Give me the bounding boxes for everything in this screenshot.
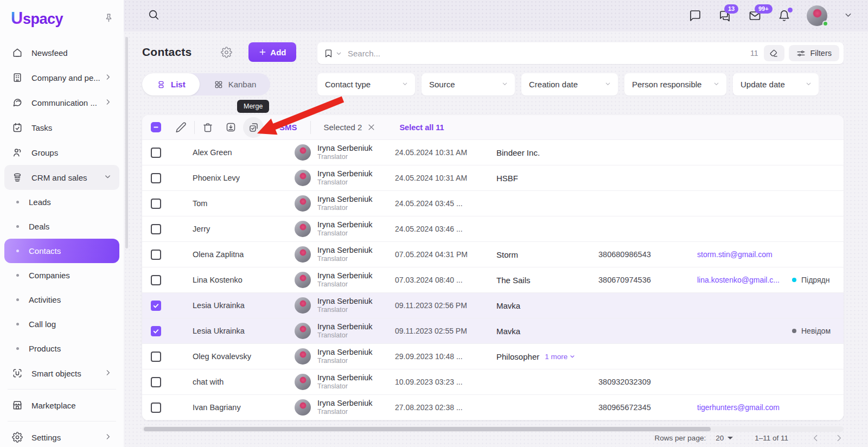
sidebar-item-communication[interactable]: Communication ... bbox=[4, 90, 119, 115]
company-name[interactable]: Philosopher bbox=[496, 352, 539, 361]
email-link[interactable]: lina.kostenko@gmail.c... bbox=[697, 276, 792, 284]
row-checkbox[interactable] bbox=[151, 199, 161, 209]
sidebar-item-company[interactable]: Company and pe... bbox=[4, 65, 119, 90]
row-checkbox[interactable] bbox=[151, 377, 161, 387]
table-row[interactable]: Lina Kostenko Iryna SerbeniukTranslator … bbox=[142, 267, 844, 293]
row-checkbox[interactable] bbox=[151, 173, 161, 183]
saved-filters-bookmark[interactable] bbox=[324, 49, 348, 58]
row-checkbox[interactable] bbox=[151, 250, 161, 260]
contact-name[interactable]: Lesia Ukrainka bbox=[179, 327, 295, 335]
toolbar-divider bbox=[194, 121, 195, 134]
chevron-down-icon[interactable] bbox=[844, 10, 853, 22]
table-row[interactable]: chat with Iryna SerbeniukTranslator 10.0… bbox=[142, 369, 844, 395]
sidebar-item-leads[interactable]: Leads bbox=[4, 190, 119, 214]
user-avatar[interactable] bbox=[807, 5, 827, 26]
tab-kanban-view[interactable]: Kanban bbox=[200, 73, 271, 95]
sidebar-item-tasks[interactable]: Tasks bbox=[4, 115, 119, 140]
table-row[interactable]: Oleg Kovalevsky Iryna SerbeniukTranslato… bbox=[142, 344, 844, 369]
row-checkbox[interactable] bbox=[151, 148, 161, 158]
select-all-link[interactable]: Select all 11 bbox=[399, 123, 444, 132]
sidebar-item-call-log[interactable]: Call log bbox=[4, 312, 119, 336]
bullet-icon bbox=[16, 298, 19, 301]
contact-name[interactable]: Lesia Ukrainka bbox=[179, 301, 295, 310]
tab-list-view[interactable]: List bbox=[142, 73, 200, 95]
email-link[interactable]: storm.stin@gmail.com bbox=[697, 250, 792, 259]
table-row[interactable]: Lesia Ukrainka Iryna SerbeniukTranslator… bbox=[142, 318, 844, 344]
company-name[interactable]: Mavka bbox=[496, 327, 520, 336]
contact-name[interactable]: chat with bbox=[179, 378, 295, 386]
filter-creation-date[interactable]: Creation date bbox=[521, 73, 618, 95]
table-row[interactable]: Tom Iryna SerbeniukTranslator 24.05.2024… bbox=[142, 191, 844, 216]
clear-filters-button[interactable] bbox=[764, 45, 784, 61]
table-row[interactable]: Ivan Bagriany Iryna SerbeniukTranslator … bbox=[142, 395, 844, 420]
chat-icon[interactable] bbox=[688, 9, 701, 22]
bell-icon[interactable] bbox=[778, 9, 790, 22]
search-input[interactable] bbox=[348, 49, 750, 58]
delete-trash-icon[interactable] bbox=[202, 122, 213, 133]
previous-page-button[interactable] bbox=[811, 433, 820, 443]
sidebar-item-groups[interactable]: Groups bbox=[4, 140, 119, 165]
contact-name[interactable]: Tom bbox=[179, 199, 295, 208]
search-icon[interactable] bbox=[148, 9, 159, 23]
sidebar-scrollbar[interactable] bbox=[125, 37, 128, 248]
responsible-role: Translator bbox=[317, 255, 373, 263]
merge-button[interactable] bbox=[243, 117, 264, 138]
uspacy-logo[interactable]: Uspacy bbox=[11, 9, 63, 28]
clear-selection-icon[interactable] bbox=[367, 123, 375, 131]
rows-per-page-select[interactable]: 20 bbox=[716, 434, 733, 442]
sms-button[interactable]: SMS bbox=[279, 123, 297, 132]
email-link[interactable]: tigerhunters@gmail.com bbox=[697, 403, 792, 412]
horizontal-scrollbar[interactable] bbox=[142, 426, 844, 432]
sidebar-item-crm[interactable]: CRM and sales bbox=[4, 165, 119, 190]
sidebar-item-settings[interactable]: Settings bbox=[4, 425, 119, 447]
filters-button[interactable]: Filters bbox=[789, 45, 839, 61]
company-name[interactable]: The Sails bbox=[496, 276, 531, 285]
table-row[interactable]: Olena Zaplitna Iryna SerbeniukTranslator… bbox=[142, 242, 844, 267]
table-row[interactable]: Jerry Iryna SerbeniukTranslator 24.05.20… bbox=[142, 216, 844, 242]
group-chats-icon[interactable]: 13 bbox=[718, 9, 732, 22]
table-row[interactable]: Alex Green Iryna SerbeniukTranslator 24.… bbox=[142, 140, 844, 165]
contact-name[interactable]: Phoenix Levy bbox=[179, 174, 295, 182]
add-button[interactable]: Add bbox=[248, 42, 296, 62]
sidebar-item-marketplace[interactable]: Marketplace bbox=[4, 393, 119, 418]
sidebar-item-deals[interactable]: Deals bbox=[4, 214, 119, 239]
company-name[interactable]: Bindeer Inc. bbox=[496, 148, 540, 157]
contact-name[interactable]: Lina Kostenko bbox=[179, 276, 295, 284]
contacts-settings-gear-icon[interactable] bbox=[221, 47, 232, 58]
export-download-icon[interactable] bbox=[225, 122, 237, 133]
sidebar-item-newsfeed[interactable]: Newsfeed bbox=[4, 40, 119, 65]
table-row[interactable]: Lesia Ukrainka Iryna SerbeniukTranslator… bbox=[142, 293, 844, 318]
filter-person-responsible[interactable]: Person responsible bbox=[624, 73, 726, 95]
sidebar-item-smart-objects[interactable]: Smart objects bbox=[4, 361, 119, 386]
filter-contact-type[interactable]: Contact type bbox=[317, 73, 415, 95]
row-checkbox[interactable] bbox=[151, 301, 161, 311]
filter-source[interactable]: Source bbox=[422, 73, 515, 95]
more-companies-link[interactable]: 1 more bbox=[545, 353, 576, 361]
sidebar-item-contacts[interactable]: Contacts bbox=[4, 239, 119, 263]
horizontal-scrollbar-thumb[interactable] bbox=[144, 427, 711, 431]
filter-update-date[interactable]: Update date bbox=[733, 73, 819, 95]
pin-icon[interactable] bbox=[104, 12, 114, 25]
edit-pencil-icon[interactable] bbox=[175, 122, 187, 133]
company-name[interactable]: Storm bbox=[496, 250, 518, 259]
contact-name[interactable]: Olena Zaplitna bbox=[179, 250, 295, 259]
sidebar-item-products[interactable]: Products bbox=[4, 336, 119, 361]
select-all-checkbox[interactable] bbox=[151, 122, 161, 132]
contact-name[interactable]: Oleg Kovalevsky bbox=[179, 352, 295, 361]
row-checkbox[interactable] bbox=[151, 224, 161, 234]
table-row[interactable]: Phoenix Levy Iryna SerbeniukTranslator 2… bbox=[142, 165, 844, 191]
contact-name[interactable]: Alex Green bbox=[179, 148, 295, 157]
row-checkbox[interactable] bbox=[151, 352, 161, 362]
row-checkbox[interactable] bbox=[151, 403, 161, 413]
next-page-button[interactable] bbox=[834, 433, 844, 443]
row-checkbox[interactable] bbox=[151, 326, 161, 336]
notification-dot bbox=[788, 8, 793, 12]
company-name[interactable]: Mavka bbox=[496, 301, 520, 310]
sidebar-item-activities[interactable]: Activities bbox=[4, 288, 119, 312]
mail-icon[interactable]: 99+ bbox=[748, 9, 762, 22]
company-name[interactable]: HSBF bbox=[496, 174, 518, 183]
contact-name[interactable]: Ivan Bagriany bbox=[179, 403, 295, 412]
sidebar-item-companies[interactable]: Companies bbox=[4, 263, 119, 288]
row-checkbox[interactable] bbox=[151, 275, 161, 285]
contact-name[interactable]: Jerry bbox=[179, 225, 295, 233]
